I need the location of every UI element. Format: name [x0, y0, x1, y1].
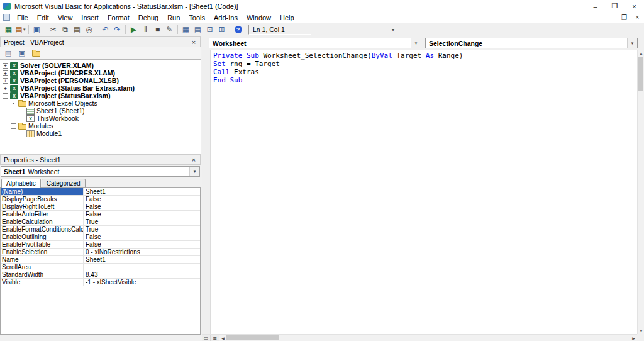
- tree-item[interactable]: +XVBAProject (PERSONAL.XLSB): [0, 77, 201, 84]
- design-mode-button[interactable]: ✎: [164, 24, 175, 35]
- menu-edit[interactable]: Edit: [33, 13, 53, 23]
- close-button[interactable]: ×: [625, 0, 644, 12]
- full-module-view-button[interactable]: ≣: [211, 335, 219, 341]
- break-button[interactable]: ‖: [140, 24, 152, 35]
- property-row[interactable]: EnablePivotTableFalse: [1, 241, 200, 249]
- property-value[interactable]: False: [84, 203, 200, 210]
- property-row[interactable]: EnableSelection0 - xlNoRestrictions: [1, 249, 200, 256]
- scroll-left-icon[interactable]: ◀: [219, 335, 226, 341]
- tab-alphabetic[interactable]: Alphabetic: [1, 179, 41, 188]
- menu-insert[interactable]: Insert: [77, 13, 103, 23]
- property-row[interactable]: EnableOutliningFalse: [1, 233, 200, 241]
- tree-item[interactable]: -XVBAProject (StatusBar.xlsm): [0, 92, 201, 99]
- tree-item[interactable]: XThisWorkbook: [0, 115, 201, 122]
- property-row[interactable]: DisplayRightToLeftFalse: [1, 203, 200, 211]
- expand-icon[interactable]: +: [3, 70, 8, 76]
- property-value[interactable]: True: [84, 226, 200, 233]
- toolbar-options-chevron-icon[interactable]: ▾: [392, 27, 394, 33]
- find-button[interactable]: ◎: [83, 24, 95, 35]
- property-row[interactable]: Visible-1 - xlSheetVisible: [1, 279, 200, 286]
- save-button[interactable]: ▣: [31, 24, 43, 35]
- collapse-icon[interactable]: -: [11, 101, 16, 106]
- reset-button[interactable]: ■: [152, 24, 164, 35]
- tree-item[interactable]: -Modules: [0, 122, 201, 130]
- menu-help[interactable]: Help: [275, 13, 299, 23]
- menu-format[interactable]: Format: [103, 13, 134, 23]
- property-row[interactable]: (Name)Sheet1: [1, 188, 200, 196]
- margin-indicator-bar[interactable]: [202, 50, 211, 334]
- property-value[interactable]: True: [84, 218, 200, 225]
- procedure-view-button[interactable]: ▭: [202, 335, 211, 341]
- tree-item[interactable]: +XVBAProject (FUNCRES.XLAM): [0, 69, 201, 77]
- vertical-scroll-track[interactable]: [638, 57, 644, 327]
- property-value[interactable]: 0 - xlNoRestrictions: [84, 249, 200, 255]
- cut-button[interactable]: ✂: [47, 24, 59, 35]
- property-value[interactable]: [84, 264, 200, 271]
- horizontal-scroll-track[interactable]: [226, 335, 630, 341]
- collapse-icon[interactable]: -: [11, 123, 16, 129]
- mdi-restore-button[interactable]: ❐: [618, 14, 631, 21]
- toggle-folders-button[interactable]: [30, 48, 42, 58]
- property-value[interactable]: Sheet1: [84, 256, 200, 263]
- property-value[interactable]: 8.43: [84, 271, 200, 278]
- dropdown-arrow-icon[interactable]: ▼: [411, 38, 421, 48]
- menu-view[interactable]: View: [53, 13, 77, 23]
- property-value[interactable]: False: [84, 233, 200, 240]
- scroll-right-icon[interactable]: ▶: [630, 335, 637, 341]
- horizontal-scroll-thumb[interactable]: [226, 335, 279, 340]
- property-row[interactable]: EnableCalculationTrue: [1, 218, 200, 226]
- menu-file[interactable]: File: [13, 13, 33, 23]
- restore-button[interactable]: ❐: [605, 0, 625, 12]
- code-editor[interactable]: Private Sub Worksheet_SelectionChange(By…: [211, 50, 637, 334]
- property-value[interactable]: False: [84, 211, 200, 218]
- vertical-scroll-thumb[interactable]: [638, 57, 643, 91]
- tree-item[interactable]: Module1: [0, 130, 201, 137]
- project-explorer-button[interactable]: ▦: [180, 24, 192, 35]
- menu-addins[interactable]: Add-Ins: [209, 13, 242, 23]
- procedure-dropdown[interactable]: SelectionChange ▼: [425, 38, 638, 48]
- project-panel-close-icon[interactable]: ×: [189, 37, 199, 47]
- insert-userform-button[interactable]: ▤▾: [14, 24, 26, 35]
- tree-item[interactable]: Sheet1 (Sheet1): [0, 107, 201, 115]
- property-value[interactable]: False: [84, 241, 200, 248]
- toolbox-button[interactable]: ⊞: [216, 24, 228, 35]
- redo-button[interactable]: ↷: [111, 24, 123, 35]
- property-row[interactable]: DisplayPageBreaksFalse: [1, 196, 200, 203]
- tree-item[interactable]: +XSolver (SOLVER.XLAM): [0, 62, 201, 69]
- help-button[interactable]: ?: [232, 24, 244, 35]
- collapse-icon[interactable]: -: [3, 93, 8, 99]
- expand-icon[interactable]: +: [3, 78, 8, 84]
- view-code-button[interactable]: ▤: [3, 48, 14, 58]
- mdi-minimize-button[interactable]: –: [604, 14, 618, 21]
- vertical-scrollbar[interactable]: ▲ ▼: [637, 50, 644, 334]
- property-row[interactable]: StandardWidth8.43: [1, 271, 200, 279]
- menu-tools[interactable]: Tools: [184, 13, 209, 23]
- menu-debug[interactable]: Debug: [134, 13, 163, 23]
- run-macro-button[interactable]: ▶: [128, 24, 140, 35]
- dropdown-arrow-icon[interactable]: ▼: [189, 167, 199, 176]
- menu-run[interactable]: Run: [163, 13, 184, 23]
- copy-button[interactable]: ⧉: [59, 24, 71, 35]
- mdi-close-button[interactable]: ×: [631, 14, 644, 21]
- object-dropdown[interactable]: Worksheet ▼: [209, 38, 421, 48]
- property-value[interactable]: False: [84, 196, 200, 203]
- object-browser-button[interactable]: ⊡: [204, 24, 216, 35]
- paste-button[interactable]: ▤: [71, 24, 83, 35]
- tab-categorized[interactable]: Categorized: [42, 179, 86, 187]
- scroll-down-icon[interactable]: ▼: [638, 327, 644, 334]
- property-row[interactable]: NameSheet1: [1, 256, 200, 264]
- scroll-up-icon[interactable]: ▲: [638, 50, 644, 57]
- property-value[interactable]: -1 - xlSheetVisible: [84, 279, 200, 286]
- minimize-button[interactable]: –: [586, 0, 605, 12]
- dropdown-arrow-icon[interactable]: ▼: [627, 38, 637, 48]
- property-row[interactable]: EnableFormatConditionsCalculationTrue: [1, 226, 200, 233]
- horizontal-scrollbar[interactable]: ▭ ≣ ◀ ▶: [202, 334, 637, 341]
- property-row[interactable]: ScrollArea: [1, 264, 200, 271]
- tree-item[interactable]: +XVBAProject (Status Bar Extras.xlam): [0, 84, 201, 92]
- tree-item[interactable]: -Microsoft Excel Objects: [0, 99, 201, 107]
- property-value[interactable]: Sheet1: [84, 188, 200, 195]
- view-object-button[interactable]: ▣: [16, 48, 28, 58]
- expand-icon[interactable]: +: [3, 63, 8, 69]
- menu-window[interactable]: Window: [242, 13, 275, 23]
- properties-object-dropdown[interactable]: Sheet1 Worksheet ▼: [1, 166, 200, 177]
